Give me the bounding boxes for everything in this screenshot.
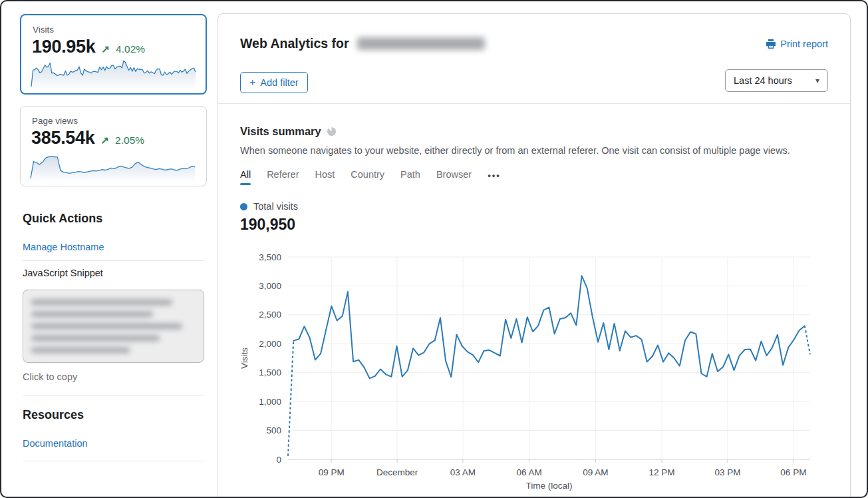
svg-text:December: December — [376, 467, 418, 477]
total-visits-legend-dot-icon — [240, 203, 247, 210]
dimension-tabs: All Referer Host Country Path Browser ••… — [240, 169, 501, 185]
svg-text:06 AM: 06 AM — [517, 467, 542, 477]
tab-browser[interactable]: Browser — [436, 169, 472, 185]
web-analytics-page: Visits 190.95k ↗ 4.02% Page views 385.54… — [0, 0, 868, 498]
snippet-blurred-line — [31, 336, 160, 341]
svg-text:03 PM: 03 PM — [714, 467, 740, 477]
more-tabs-ellipsis-button[interactable]: ••• — [488, 169, 501, 185]
resources-heading: Resources — [23, 408, 84, 422]
javascript-snippet-label: JavaScript Snippet — [23, 268, 103, 278]
svg-text:03 AM: 03 AM — [450, 467, 476, 477]
svg-text:2,500: 2,500 — [259, 310, 281, 320]
tab-host[interactable]: Host — [315, 169, 335, 185]
snippet-blurred-line — [31, 300, 172, 305]
visits-summary-heading: Visits summary — [240, 125, 337, 138]
page-views-metric-card[interactable]: Page views 385.54k ↗ 2.05% — [20, 106, 207, 186]
tab-country[interactable]: Country — [351, 169, 384, 185]
javascript-snippet-copy-box[interactable] — [23, 290, 204, 363]
quick-actions-heading: Quick Actions — [23, 212, 102, 226]
page-title: Web Analytics for — [240, 36, 485, 51]
site-domain-redacted — [357, 37, 485, 50]
divider — [23, 461, 204, 461]
svg-text:1,500: 1,500 — [259, 368, 281, 377]
visits-sparkline-chart — [31, 53, 196, 90]
click-to-copy-hint: Click to copy — [23, 372, 77, 382]
divider — [23, 395, 204, 396]
tab-all[interactable]: All — [240, 169, 251, 185]
svg-text:09 AM: 09 AM — [583, 467, 608, 477]
svg-text:500: 500 — [266, 425, 281, 435]
visits-summary-title-text: Visits summary — [240, 125, 321, 138]
svg-text:Time (local): Time (local) — [525, 481, 572, 491]
page-views-card-label: Page views — [32, 116, 78, 126]
visits-card-label: Visits — [33, 25, 54, 35]
page-title-text: Web Analytics for — [240, 36, 349, 51]
page-views-sparkline-chart — [30, 145, 196, 182]
divider — [23, 260, 204, 261]
tab-referer[interactable]: Referer — [267, 169, 299, 185]
print-report-button[interactable]: Print report — [766, 39, 828, 49]
time-range-value: Last 24 hours — [734, 75, 792, 86]
snippet-blurred-line — [31, 312, 153, 317]
plus-icon: + — [249, 77, 255, 88]
svg-text:Visits: Visits — [239, 348, 249, 369]
svg-text:12 PM: 12 PM — [649, 467, 675, 477]
svg-text:06 PM: 06 PM — [780, 467, 806, 477]
svg-text:2,000: 2,000 — [259, 339, 281, 349]
pie-chart-icon — [327, 126, 337, 136]
svg-text:0: 0 — [276, 455, 281, 465]
chart-legend: Total visits — [240, 201, 298, 212]
visits-summary-description: When someone navigates to your website, … — [240, 145, 790, 156]
svg-text:09 PM: 09 PM — [319, 467, 345, 477]
documentation-link[interactable]: Documentation — [23, 438, 88, 449]
total-visits-value: 190,950 — [240, 216, 295, 234]
add-filter-label: Add filter — [260, 77, 298, 88]
analytics-main-panel: Web Analytics for Print report + Add fil… — [217, 13, 851, 498]
snippet-blurred-line — [31, 324, 182, 329]
svg-text:3,500: 3,500 — [259, 252, 281, 262]
print-report-label: Print report — [780, 39, 828, 49]
svg-text:1,000: 1,000 — [259, 397, 281, 407]
divider — [218, 103, 850, 104]
time-range-select[interactable]: Last 24 hours ▾ — [725, 69, 828, 92]
visits-metric-card[interactable]: Visits 190.95k ↗ 4.02% — [20, 14, 207, 95]
add-filter-button[interactable]: + Add filter — [240, 72, 308, 93]
total-visits-legend-label: Total visits — [253, 201, 298, 212]
manage-hostname-link[interactable]: Manage Hostname — [23, 242, 104, 252]
snippet-blurred-line — [31, 348, 130, 353]
chevron-down-icon: ▾ — [815, 76, 819, 85]
svg-text:3,000: 3,000 — [259, 281, 281, 291]
printer-icon — [766, 39, 776, 49]
visits-chart-container: 05001,0001,5002,0002,5003,0003,50009 PMD… — [237, 252, 822, 495]
visits-line-chart: 05001,0001,5002,0002,5003,0003,50009 PMD… — [237, 252, 822, 493]
tab-path[interactable]: Path — [400, 169, 420, 185]
